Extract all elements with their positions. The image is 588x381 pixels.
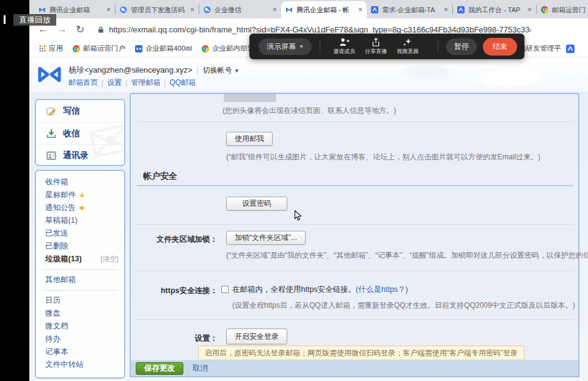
- folder-calendar[interactable]: 日历: [36, 294, 124, 307]
- tab-close-icon[interactable]: ×: [444, 5, 448, 14]
- folder-panel: 收件箱 星标邮件★ 通知公告 草稿箱(1) 已发送 已删除 垃圾箱(13)[清空…: [35, 170, 125, 379]
- folder-sent[interactable]: 已发送: [36, 227, 124, 240]
- tab-wecom-activation[interactable]: 管理员下发激活码 ×: [116, 1, 199, 18]
- tab-exmail-active[interactable]: 腾讯企业邮箱 - 帐 ×: [281, 1, 367, 18]
- tapd-favicon-icon: [457, 6, 465, 13]
- exmail-logo-icon: [35, 64, 64, 85]
- share-upload-icon: [372, 38, 380, 46]
- replay-label: 直播回放: [13, 14, 56, 26]
- end-button[interactable]: 结束: [483, 38, 517, 56]
- tab-close-icon[interactable]: ×: [527, 5, 532, 14]
- tapd-favicon-icon: [371, 6, 378, 13]
- link-qq-mail[interactable]: QQ邮箱: [169, 78, 196, 88]
- folder-inbox[interactable]: 收件箱: [36, 176, 124, 189]
- video-beauty-button[interactable]: 视频美颜: [392, 38, 424, 56]
- pause-button[interactable]: 暂停: [446, 38, 477, 55]
- tab-close-icon[interactable]: ×: [273, 5, 277, 14]
- presenting-screen-button[interactable]: 演示屏幕▼: [259, 38, 312, 55]
- https-checkbox-text: 在邮箱内，全程使用https安全链接。(什么是https？): [232, 285, 408, 295]
- star-icon: ★: [79, 192, 86, 199]
- address-bar[interactable]: https://exmail.qq.com/cgi-bin/frame_html…: [109, 25, 531, 34]
- save-bar: 保存更改 取消: [131, 360, 578, 376]
- save-changes-button[interactable]: 保存更改: [136, 362, 183, 375]
- tab-title: 我的工作台 - TAP: [468, 5, 524, 15]
- tab-title: 需求-企业邮箱-TA: [382, 5, 440, 15]
- video-beauty-label: 视频美颜: [397, 48, 419, 56]
- contacts-button[interactable]: 通讯录: [36, 144, 124, 166]
- what-is-https-link[interactable]: (什么是https？): [356, 285, 408, 294]
- folder-notes[interactable]: 记事本: [36, 346, 124, 358]
- tab-tapd-workbench[interactable]: 我的工作台 - TAP ×: [453, 1, 536, 18]
- replay-marker-bar: [4, 15, 6, 24]
- wecom-favicon-icon: [120, 6, 127, 13]
- folder-weidoc[interactable]: 微文档: [36, 320, 124, 333]
- tapd-icon[interactable]: [566, 45, 575, 53]
- https-checkbox[interactable]: [221, 286, 229, 293]
- share-live-button[interactable]: 分享直播: [360, 38, 392, 56]
- bookmark-exmail-400[interactable]: 企业邮箱400itil: [135, 44, 192, 53]
- folder-deleted[interactable]: 已删除: [36, 240, 124, 253]
- folder-lock-button[interactable]: 加锁“文件夹区域”...: [226, 231, 306, 245]
- toolbar-divider: [320, 40, 320, 53]
- section-underline: [137, 185, 573, 186]
- folder-spam[interactable]: 垃圾箱(13)[清空]: [36, 253, 124, 266]
- mailme-note: (“邮我”组件可以生成图片，让大家放在博客、论坛上，别人点击图片就可以方便的发E…: [226, 152, 540, 162]
- exmail-favicon-icon: [39, 6, 46, 13]
- pencil-icon: [46, 106, 57, 117]
- tab-close-icon[interactable]: ×: [358, 5, 362, 14]
- bookmark-mail-portal[interactable]: 邮箱运营门户: [73, 44, 125, 53]
- reload-icon[interactable]: ↻: [76, 23, 84, 36]
- https-label: https安全连接：: [131, 286, 218, 296]
- link-settings[interactable]: 设置: [107, 78, 122, 88]
- divider: [137, 270, 573, 271]
- exmail-favicon-icon: [285, 6, 293, 13]
- tab-wecom[interactable]: 企业微信 ×: [199, 1, 281, 18]
- invite-member-label: 邀请成员: [333, 48, 355, 56]
- sparkle-icon: [403, 38, 412, 46]
- switch-account-menu[interactable]: 切换帐号 ▼: [203, 65, 240, 76]
- tab-tapd-requirement[interactable]: 需求-企业邮箱-TA ×: [367, 1, 452, 18]
- folder-todo[interactable]: 待办: [36, 333, 124, 346]
- section-title-account-security: 帐户安全: [143, 171, 177, 182]
- tab-close-icon[interactable]: ×: [190, 5, 194, 14]
- tab-mail-portal[interactable]: 邮箱运营门: [537, 1, 588, 18]
- link-manage-mail[interactable]: 管理邮箱: [131, 78, 160, 88]
- folder-lock-note: (“文件夹区域”是由“我的文件夹”、“其他邮箱”、“记事本”、“提醒”组成。加锁…: [226, 250, 588, 261]
- forward-icon[interactable]: →: [57, 23, 67, 35]
- mouse-cursor: [294, 210, 302, 222]
- secure-login-note: 启用后，原密码无法登录邮箱；网页版需使用微信扫码登录；客户端需使用“客户端专用密…: [198, 346, 524, 360]
- folder-file-transfer[interactable]: 文件中转站: [36, 358, 124, 371]
- folder-drafts[interactable]: 草稿箱(1): [36, 214, 124, 227]
- set-password-button[interactable]: 设置密码: [226, 197, 287, 211]
- https-note: (设置全程https后，若从QQ进入邮箱，需重新登录QQ才生效。目前支持QQ20…: [232, 300, 575, 311]
- tab-close-icon[interactable]: ×: [106, 5, 111, 14]
- link-mail-home[interactable]: 邮箱首页: [68, 78, 98, 88]
- mailme-button[interactable]: 使用邮我: [226, 132, 273, 146]
- wecom-favicon-icon: [204, 6, 211, 13]
- toolbar-divider: [438, 40, 438, 53]
- divider: [42, 269, 118, 270]
- chevron-down-icon: ▼: [234, 68, 240, 74]
- tab-title: 腾讯企业邮箱: [50, 5, 103, 15]
- invite-member-button[interactable]: 邀请成员: [328, 38, 360, 56]
- folder-announcements[interactable]: 通知公告: [36, 201, 124, 214]
- tab-title: 管理员下发激活码: [131, 5, 186, 15]
- compose-button[interactable]: 写信: [36, 100, 124, 122]
- chrome-ball-favicon-icon: [541, 6, 548, 13]
- avatar-upload-button-partial[interactable]: [224, 94, 276, 102]
- tab-title: 邮箱运营门: [552, 5, 588, 15]
- folder-starred[interactable]: 星标邮件★: [36, 189, 124, 201]
- bookmark-label: 企业邮箱400itil: [145, 44, 192, 53]
- browser-tab-strip: 腾讯企业邮箱 × 管理员下发激活码 × 企业微信 × 腾讯企业邮箱 - 帐 ×: [29, 0, 588, 18]
- apps-bookmark[interactable]: 应用: [39, 44, 63, 53]
- secure-login-button[interactable]: 开启安全登录: [226, 328, 287, 344]
- contacts-label: 通讯录: [63, 150, 89, 161]
- chrome-ball-icon: [202, 45, 209, 53]
- empty-spam-link[interactable]: [清空]: [101, 255, 119, 264]
- cancel-link[interactable]: 取消: [193, 363, 208, 374]
- receive-mail-button[interactable]: 收信: [36, 122, 124, 144]
- separator: |: [197, 66, 199, 74]
- folder-weidrive[interactable]: 微盘: [36, 307, 124, 320]
- folder-other-mailboxes[interactable]: 其他邮箱: [36, 274, 124, 286]
- separator: |: [101, 79, 103, 87]
